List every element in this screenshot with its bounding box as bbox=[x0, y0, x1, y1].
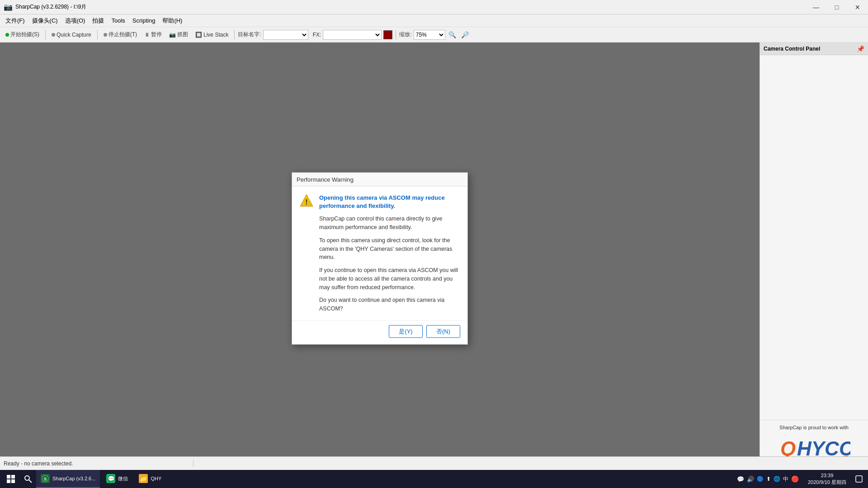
wechat-icon: 💬 bbox=[106, 474, 115, 483]
svg-rect-4 bbox=[7, 475, 10, 479]
dialog-para-2: To open this camera using direct control… bbox=[319, 236, 460, 261]
taskbar-clock[interactable]: 23:39 2020/9/10 星期四 bbox=[802, 470, 852, 488]
dialog-title-text: Performance Warning bbox=[297, 176, 354, 183]
dialog-para-1: SharpCap can control this camera directl… bbox=[319, 215, 460, 232]
svg-text:💬: 💬 bbox=[108, 475, 115, 483]
live-stack-button[interactable]: 🔲 Live Stack bbox=[193, 31, 231, 39]
clock-time: 23:39 bbox=[821, 472, 834, 479]
menu-camera[interactable]: 摄像头(C) bbox=[28, 15, 61, 27]
quick-capture-button[interactable]: Quick Capture bbox=[49, 31, 94, 39]
tray-network-icon[interactable]: 🌐 bbox=[774, 476, 780, 482]
sharpcap-icon: S bbox=[41, 474, 50, 483]
dialog-body: ! Opening this camera via ASCOM may redu… bbox=[292, 187, 467, 320]
menu-capture[interactable]: 拍摄 bbox=[89, 15, 108, 27]
right-panel-content bbox=[760, 55, 868, 420]
zoom-select[interactable]: 75% bbox=[414, 30, 445, 40]
svg-rect-5 bbox=[11, 475, 15, 479]
minimize-button[interactable]: — bbox=[806, 0, 826, 14]
taskbar-app-qhy[interactable]: 📁 QHY bbox=[134, 470, 166, 488]
partner-text: SharpCap is proud to work with bbox=[779, 425, 849, 430]
menu-scripting[interactable]: Scripting bbox=[129, 15, 159, 26]
menu-tools[interactable]: Tools bbox=[108, 15, 128, 26]
dialog-text-area: Opening this camera via ASCOM may reduce… bbox=[319, 194, 460, 313]
svg-text:S: S bbox=[44, 477, 47, 481]
maximize-button[interactable]: □ bbox=[826, 0, 847, 14]
toolbar-sep-1 bbox=[45, 30, 46, 40]
yes-button[interactable]: 是(Y) bbox=[389, 325, 423, 338]
tray-redapp-icon[interactable]: 🔴 bbox=[791, 475, 799, 483]
toolbar: 开始拍摄(S) Quick Capture 停止拍摄(T) ⏸ 暂停 📷 抓图 … bbox=[0, 27, 868, 42]
tray-ime-icon[interactable]: 中 bbox=[783, 475, 788, 483]
stop-capture-dot bbox=[104, 33, 107, 37]
toolbar-sep-2 bbox=[97, 30, 98, 40]
live-stack-icon: 🔲 bbox=[195, 32, 202, 38]
target-label: 目标名字: bbox=[238, 31, 261, 38]
dialog-para-3: If you continue to open this camera via … bbox=[319, 266, 460, 291]
svg-rect-6 bbox=[7, 479, 10, 483]
start-capture-button[interactable]: 开始拍摄(S) bbox=[3, 30, 42, 39]
warning-icon: ! bbox=[299, 194, 314, 208]
dialog-paragraphs: SharpCap can control this camera directl… bbox=[319, 215, 460, 313]
menu-options[interactable]: 选项(O) bbox=[61, 15, 89, 27]
taskbar-app-wechat[interactable]: 💬 微信 bbox=[102, 470, 132, 488]
close-button[interactable]: ✕ bbox=[847, 0, 868, 14]
pause-button[interactable]: ⏸ 暂停 bbox=[142, 30, 165, 39]
color-box[interactable] bbox=[383, 30, 392, 39]
taskbar: S SharpCap (v3.2.6... 💬 微信 📁 QHY 💬 🔊 🔵 ⬆… bbox=[0, 470, 868, 488]
grab-button[interactable]: 📷 抓图 bbox=[166, 30, 191, 39]
start-capture-dot bbox=[5, 33, 9, 37]
start-button[interactable] bbox=[2, 470, 20, 488]
menu-help[interactable]: 帮助(H) bbox=[159, 15, 186, 27]
svg-point-8 bbox=[25, 476, 29, 480]
quick-capture-dot bbox=[52, 33, 55, 37]
title-bar-left: 📷 SharpCap (v3.2.6298) - I:\9月 bbox=[0, 3, 86, 11]
tray-wechat-icon[interactable]: 💬 bbox=[737, 476, 744, 483]
stop-capture-button[interactable]: 停止拍摄(T) bbox=[101, 30, 140, 39]
dialog-para-4: Do you want to continue and open this ca… bbox=[319, 296, 460, 313]
tray-volume-icon[interactable]: 🔊 bbox=[747, 476, 754, 483]
menu-bar: 文件(F) 摄像头(C) 选项(O) 拍摄 Tools Scripting 帮助… bbox=[0, 14, 868, 27]
title-bar: 📷 SharpCap (v3.2.6298) - I:\9月 — □ ✕ bbox=[0, 0, 868, 14]
pin-icon[interactable]: 📌 bbox=[857, 45, 864, 52]
grab-icon: 📷 bbox=[169, 32, 176, 38]
notification-button[interactable] bbox=[852, 470, 866, 488]
camera-control-panel-title: Camera Control Panel bbox=[764, 46, 820, 52]
app-icon: 📷 bbox=[4, 3, 13, 11]
svg-line-9 bbox=[29, 480, 32, 483]
tray-bluetooth-icon[interactable]: 🔵 bbox=[757, 476, 764, 482]
sharpcap-taskbar-label: SharpCap (v3.2.6... bbox=[52, 476, 95, 481]
dialog-title-bar: Performance Warning bbox=[292, 173, 467, 187]
title-bar-controls: — □ ✕ bbox=[806, 0, 868, 14]
svg-rect-14 bbox=[856, 476, 862, 482]
wechat-label: 微信 bbox=[118, 475, 128, 482]
svg-text:📁: 📁 bbox=[140, 475, 147, 483]
no-button[interactable]: 否(N) bbox=[426, 325, 460, 338]
zoom-label: 缩放: bbox=[399, 31, 411, 38]
main-area: Performance Warning ! Opening this camer… bbox=[0, 42, 868, 474]
zoom-fit-button[interactable]: 🔍 bbox=[447, 29, 458, 40]
svg-text:!: ! bbox=[305, 198, 307, 206]
qhy-folder-icon: 📁 bbox=[139, 474, 148, 483]
pause-icon: ⏸ bbox=[144, 32, 150, 38]
dialog-heading: Opening this camera via ASCOM may reduce… bbox=[319, 194, 460, 210]
dialog-footer: 是(Y) 否(N) bbox=[292, 320, 467, 344]
camera-view: Performance Warning ! Opening this camer… bbox=[0, 42, 760, 474]
fx-label: FX: bbox=[313, 32, 321, 38]
svg-rect-7 bbox=[11, 479, 15, 483]
search-icon[interactable]: 🔎 bbox=[460, 29, 471, 40]
search-taskbar-button[interactable] bbox=[20, 470, 36, 488]
fx-select[interactable] bbox=[323, 30, 382, 40]
status-text: Ready - no camera selected. bbox=[4, 460, 193, 467]
toolbar-sep-4 bbox=[396, 30, 396, 40]
taskbar-app-sharpcap[interactable]: S SharpCap (v3.2.6... bbox=[36, 470, 100, 488]
performance-dialog: Performance Warning ! Opening this camer… bbox=[292, 173, 468, 345]
right-panel: Camera Control Panel 📌 SharpCap is proud… bbox=[760, 42, 868, 474]
status-bar: Ready - no camera selected. bbox=[0, 456, 868, 470]
camera-control-panel-header: Camera Control Panel 📌 bbox=[760, 42, 868, 55]
menu-file[interactable]: 文件(F) bbox=[2, 15, 28, 27]
clock-date: 2020/9/10 星期四 bbox=[808, 479, 846, 486]
target-select[interactable] bbox=[263, 30, 308, 40]
system-tray: 💬 🔊 🔵 ⬆ 🌐 中 🔴 bbox=[733, 475, 802, 483]
tray-arrow-icon[interactable]: ⬆ bbox=[766, 476, 771, 482]
taskbar-right: 💬 🔊 🔵 ⬆ 🌐 中 🔴 23:39 2020/9/10 星期四 bbox=[733, 470, 866, 488]
